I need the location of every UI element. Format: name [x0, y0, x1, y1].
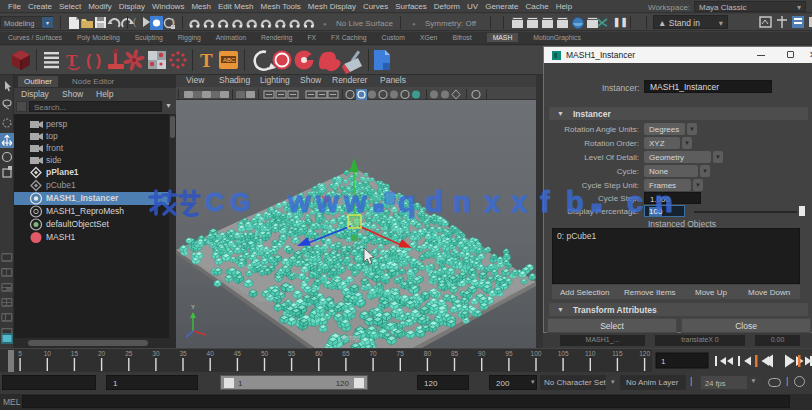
svg-text:front: front: [46, 143, 64, 153]
svg-text:MASH1_Instancer: MASH1_Instancer: [46, 193, 119, 203]
svg-text:top: top: [46, 131, 58, 141]
svg-text:persp: persp: [46, 119, 68, 129]
svg-text:90: 90: [478, 350, 486, 357]
svg-text:1: 1: [661, 357, 666, 366]
svg-text:95: 95: [505, 350, 513, 357]
svg-text:pCube1: pCube1: [46, 180, 76, 190]
svg-text:75: 75: [397, 350, 405, 357]
svg-text:60: 60: [315, 350, 323, 357]
svg-text:30: 30: [152, 350, 160, 357]
svg-text:( ): ( ): [86, 52, 101, 69]
svg-text:T: T: [66, 51, 78, 70]
svg-text:45: 45: [234, 350, 242, 357]
svg-text:15: 15: [71, 350, 79, 357]
svg-text:100: 100: [531, 350, 542, 357]
svg-text:Y: Y: [191, 304, 195, 310]
svg-text:MASH1: MASH1: [46, 232, 76, 242]
svg-text:defaultObjectSet: defaultObjectSet: [46, 219, 109, 229]
svg-text:pPlane1: pPlane1: [46, 167, 79, 177]
svg-text:65: 65: [342, 350, 350, 357]
svg-text:55: 55: [288, 350, 296, 357]
svg-text:20: 20: [98, 350, 106, 357]
svg-text:50: 50: [261, 350, 269, 357]
svg-text:10: 10: [44, 350, 52, 357]
svg-text:T: T: [200, 50, 213, 71]
svg-text:ABC: ABC: [223, 57, 236, 63]
svg-text:persp: persp: [342, 334, 360, 342]
svg-text:35: 35: [179, 350, 187, 357]
svg-text:70: 70: [369, 350, 377, 357]
svg-text:85: 85: [451, 350, 459, 357]
svg-text:110: 110: [585, 350, 596, 357]
svg-text:side: side: [46, 155, 62, 165]
svg-text:40: 40: [207, 350, 215, 357]
svg-text:120: 120: [639, 350, 650, 357]
svg-text:25: 25: [125, 350, 133, 357]
svg-text:5: 5: [18, 350, 22, 357]
svg-text:80: 80: [424, 350, 432, 357]
svg-text:MASH1_ReproMesh: MASH1_ReproMesh: [46, 206, 124, 216]
svg-text:105: 105: [558, 350, 569, 357]
svg-text:115: 115: [612, 350, 623, 357]
